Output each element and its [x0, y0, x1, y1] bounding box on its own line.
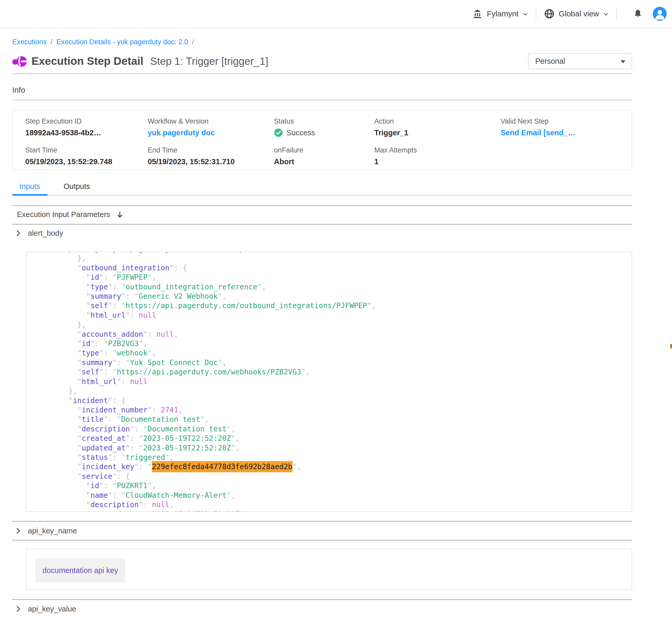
chevron-right-icon — [15, 606, 22, 612]
field-value-link[interactable]: Send Email [send_… — [501, 128, 632, 137]
info-field: Step Execution ID18992a43-9538-4b2… — [25, 118, 148, 137]
tab-inputs[interactable]: Inputs — [12, 182, 48, 195]
code-line: "description": "Documentation test", — [33, 424, 632, 434]
expander-label: api_key_name — [28, 527, 77, 535]
code-line: "status": "triggered", — [33, 453, 632, 462]
code-line: "created_at": "2023-05-19T22:52:20Z", — [33, 434, 632, 443]
topbar-divider — [616, 8, 617, 20]
field-value: Abort — [274, 157, 374, 166]
code-line: "service": { — [33, 472, 632, 481]
code-line: "html_url": null — [33, 377, 632, 386]
field-label: Workflow & Version — [148, 118, 274, 125]
info-field: onFailureAbort — [274, 146, 374, 166]
success-check-icon — [274, 128, 283, 137]
breadcrumb-separator: / — [51, 38, 53, 46]
status-text: Success — [286, 128, 315, 137]
field-value: 18992a43-9538-4b2… — [25, 128, 148, 137]
code-line: "html_url": null — [33, 311, 632, 320]
info-field: StatusSuccess — [274, 118, 374, 137]
code-line: "summary": "Yuk Spot Connect Doc", — [33, 358, 632, 368]
field-value-link[interactable]: yuk pagerduty doc — [148, 128, 274, 137]
code-line: "accounts_addon": null, — [33, 330, 632, 339]
arrow-down-icon — [116, 211, 124, 219]
code-line: "description": null, — [33, 500, 632, 510]
tab-outputs[interactable]: Outputs — [56, 182, 97, 195]
globe-icon — [543, 8, 555, 19]
info-row: Step Execution ID18992a43-9538-4b2…Workf… — [25, 118, 632, 137]
code-line: "title": "Documentation test", — [33, 415, 632, 424]
code-line: "outbound_integration": { — [33, 263, 632, 273]
info-row: Start Time05/19/2023, 15:52:29.748End Ti… — [25, 146, 632, 166]
code-line: "incident": { — [33, 396, 632, 405]
code-line: "incident_number": 2741, — [33, 405, 632, 415]
info-field: Max Attempts1 — [374, 146, 501, 166]
notifications-bell-icon[interactable] — [633, 9, 643, 19]
info-heading: Info — [12, 85, 632, 95]
divider — [12, 73, 632, 74]
code-line: "id": "PJFWPEP", — [33, 273, 632, 282]
field-label: Action — [374, 118, 501, 125]
code-line: "name": "CloudWatch-Memory-Alert", — [33, 491, 632, 500]
field-value: 05/19/2023, 15:52:31.710 — [148, 157, 274, 166]
field-label: End Time — [148, 146, 274, 154]
expander-label: alert_body — [28, 229, 63, 237]
org-name: Fylamynt — [487, 9, 519, 18]
tabbar: InputsOutputs — [12, 182, 632, 196]
code-line: "type": "webhook", — [33, 348, 632, 358]
expander-label: api_key_value — [28, 605, 76, 613]
info-field: ActionTrigger_1 — [374, 118, 501, 137]
page-header: Execution Step Detail Step 1: Trigger [t… — [12, 53, 632, 70]
code-line: "id": "PZB2VG3", — [33, 339, 632, 348]
code-line: "summary": "Generic V2 Webhook", — [33, 292, 632, 301]
field-value: 05/19/2023, 15:52:29.748 — [25, 157, 148, 166]
scope-select[interactable]: Personal — [528, 53, 632, 69]
scope-select-value: Personal — [535, 57, 565, 66]
field-label: Step Execution ID — [25, 118, 148, 125]
field-value: Trigger_1 — [374, 128, 501, 137]
field-value: Success — [274, 128, 374, 137]
expander-alert-body[interactable]: alert_body — [12, 225, 632, 241]
page-title: Execution Step Detail — [31, 55, 143, 68]
chevron-right-icon — [15, 527, 22, 534]
field-value: 1 — [374, 157, 501, 166]
search-match-scroll-marker — [670, 344, 672, 348]
json-code-content: "https://fylamynt.pagerduty.com/escalati… — [26, 251, 632, 512]
user-avatar[interactable] — [653, 7, 667, 21]
chevron-down-icon — [522, 11, 528, 17]
code-line: }, — [33, 254, 632, 263]
code-line: }, — [33, 320, 632, 329]
json-code-viewer[interactable]: "https://fylamynt.pagerduty.com/escalati… — [26, 251, 632, 512]
caret-down-icon — [621, 61, 625, 63]
execution-input-parameters-header[interactable]: Execution Input Parameters — [17, 209, 632, 220]
divider — [12, 205, 632, 206]
org-selector[interactable]: Fylamynt — [472, 8, 528, 19]
expander-api-key-value[interactable]: api_key_value — [12, 600, 632, 618]
view-name: Global view — [559, 9, 599, 18]
breadcrumb-separator: / — [192, 38, 194, 46]
info-field: Workflow & Versionyuk pagerduty doc — [148, 118, 274, 137]
info-field: Valid Next StepSend Email [send_… — [501, 118, 632, 137]
view-selector[interactable]: Global view — [543, 8, 609, 19]
code-line: "https://fylamynt.pagerduty.com/escalati… — [33, 251, 632, 254]
bank-icon — [472, 8, 483, 19]
code-line: "id": "PUZKRT1", — [33, 481, 632, 491]
page-subtitle: Step 1: Trigger [trigger_1] — [150, 56, 268, 67]
fylamynt-logo-icon — [12, 54, 27, 69]
field-label: Valid Next Step — [501, 118, 632, 125]
code-line: "incident_key": "229efec8feda44778d3fe69… — [33, 462, 632, 472]
breadcrumb-link[interactable]: Execution Details - yuk pagerduty doc: 2… — [57, 38, 188, 46]
breadcrumb: Executions/Execution Details - yuk pager… — [12, 37, 632, 46]
api-key-name-card: documentation api key — [26, 549, 632, 590]
api-key-name-chip: documentation api key — [35, 558, 125, 582]
execution-input-parameters-title: Execution Input Parameters — [17, 210, 110, 219]
breadcrumb-link[interactable]: Executions — [12, 38, 47, 46]
info-field: End Time05/19/2023, 15:52:31.710 — [148, 146, 274, 166]
field-label: Start Time — [25, 146, 148, 154]
info-card: Step Execution ID18992a43-9538-4b2…Workf… — [12, 110, 632, 170]
chevron-down-icon — [603, 11, 609, 17]
expander-api-key-name[interactable]: api_key_name — [12, 522, 632, 540]
chevron-right-icon — [15, 230, 22, 236]
code-line: "self": "https://api.pagerduty.com/outbo… — [33, 301, 632, 310]
field-label: Status — [274, 118, 374, 125]
topbar: Fylamynt Global view — [0, 0, 672, 28]
